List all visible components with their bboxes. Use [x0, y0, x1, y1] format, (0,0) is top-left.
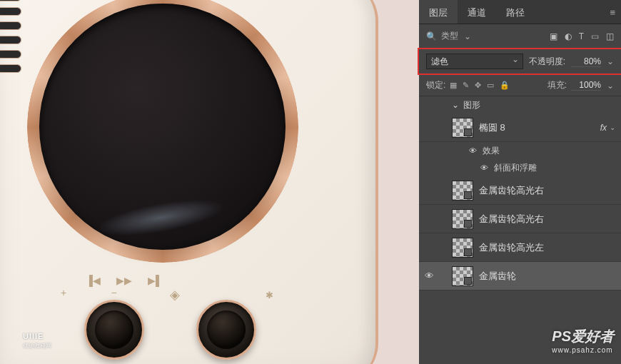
filter-pixel-icon[interactable]: ▣ [550, 31, 557, 41]
filter-row: 🔍 类型 ⌄ ▣ ◐ T ▭ ◫ [419, 24, 621, 48]
layer-item[interactable]: 👁 金属齿轮 [419, 262, 621, 290]
visibility-toggle[interactable]: 👁 [480, 163, 488, 172]
blend-mode-select[interactable]: 滤色 [426, 54, 523, 69]
layer-item[interactable]: 椭圆 8 fx ⌄ [419, 113, 621, 142]
layer-group[interactable]: ⌄ 图形 [419, 96, 621, 113]
effects-label: 效果 [483, 145, 500, 157]
main-dial [39, 4, 286, 250]
lock-pixels-icon[interactable]: ▦ [450, 81, 457, 90]
layers-panel: 图层 通道 路径 ≡ 🔍 类型 ⌄ ▣ ◐ T ▭ ◫ 滤色 [419, 0, 621, 364]
layer-item[interactable]: 金属齿轮高光右 [419, 205, 621, 233]
lock-row: 锁定: ▦ ✎ ✥ ▭ 🔒 填充: ⌄ [419, 75, 621, 96]
chevron-down-icon[interactable]: ⌄ [607, 81, 614, 91]
watermark: PS爱好者 www.psahz.com [552, 327, 614, 354]
effect-name: 斜面和浮雕 [494, 162, 537, 174]
layer-name[interactable]: 金属齿轮高光右 [479, 184, 615, 197]
lock-label: 锁定: [426, 79, 445, 91]
playback-controls: ▐◀ ▶▶ ▶▌ [86, 275, 163, 286]
opacity-label: 不透明度: [529, 56, 565, 68]
filter-shape-icon[interactable]: ▭ [591, 31, 599, 41]
volume-indicator: + − [61, 287, 117, 298]
tab-paths[interactable]: 路径 [496, 0, 535, 24]
filter-smart-icon[interactable]: ◫ [606, 31, 614, 41]
chevron-down-icon[interactable]: ⌄ [607, 56, 614, 66]
wifi-icon: ◈ [170, 287, 180, 303]
chevron-down-icon[interactable]: ⌄ [610, 123, 615, 131]
canvas-area[interactable]: ▐◀ ▶▶ ▶▌ + − ◈ ✱ UIIIE 优迪教程网 [0, 0, 419, 364]
layer-item[interactable]: 金属齿轮高光右 [419, 176, 621, 205]
filter-type-label[interactable]: 类型 [441, 30, 458, 42]
group-name: 图形 [463, 99, 480, 111]
chevron-down-icon: ⌄ [464, 31, 471, 41]
layer-thumbnail[interactable] [452, 181, 473, 201]
fill-input[interactable] [571, 80, 601, 91]
layer-name[interactable]: 金属齿轮 [479, 270, 615, 283]
visibility-toggle[interactable]: 👁 [469, 146, 477, 155]
chevron-down-icon: ⌄ [452, 100, 459, 110]
panel-menu-icon[interactable]: ≡ [610, 7, 615, 18]
layer-name[interactable]: 金属齿轮高光右 [479, 213, 615, 226]
visibility-toggle[interactable]: 👁 [419, 271, 439, 281]
layer-thumbnail[interactable] [452, 209, 473, 229]
layer-thumbnail[interactable] [452, 118, 473, 138]
lock-position-icon[interactable]: ✥ [475, 81, 481, 90]
knob-right [196, 300, 256, 360]
bluetooth-icon: ✱ [266, 290, 273, 300]
layers-list: ⌄ 图形 椭圆 8 fx ⌄ 👁 效果 👁 斜面和浮雕 [419, 96, 621, 290]
lock-brush-icon[interactable]: ✎ [463, 81, 469, 90]
dial-highlight [95, 193, 226, 243]
fill-label: 填充: [547, 79, 567, 91]
device-body: ▐◀ ▶▶ ▶▌ + − ◈ ✱ [0, 0, 378, 364]
tab-layers[interactable]: 图层 [419, 0, 458, 24]
lock-artboard-icon[interactable]: ▭ [487, 81, 494, 90]
opacity-input[interactable] [571, 56, 601, 67]
search-icon[interactable]: 🔍 [426, 31, 437, 41]
layer-name[interactable]: 椭圆 8 [479, 121, 597, 134]
knob-left [84, 300, 144, 360]
next-icon: ▶▌ [148, 275, 163, 286]
fx-badge[interactable]: fx [600, 123, 607, 133]
filter-adjust-icon[interactable]: ◐ [565, 31, 572, 41]
layer-thumbnail[interactable] [452, 266, 473, 286]
blend-mode-row: 滤色 不透明度: ⌄ [419, 49, 621, 74]
layer-thumbnail[interactable] [452, 238, 473, 258]
tab-channels[interactable]: 通道 [458, 0, 496, 24]
speaker-grille [0, 0, 21, 100]
effects-row[interactable]: 👁 效果 [419, 142, 621, 159]
lock-all-icon[interactable]: 🔒 [500, 81, 510, 90]
filter-type-icon[interactable]: T [579, 31, 584, 41]
play-pause-icon: ▶▶ [116, 275, 132, 286]
highlight-box: 滤色 不透明度: ⌄ [418, 48, 621, 75]
layer-name[interactable]: 金属齿轮高光左 [479, 241, 615, 254]
prev-icon: ▐◀ [86, 275, 101, 286]
effect-item[interactable]: 👁 斜面和浮雕 [419, 159, 621, 176]
source-logo: UIIIE 优迪教程网 [23, 332, 51, 350]
layer-item[interactable]: 金属齿轮高光左 [419, 233, 621, 262]
panel-tabs: 图层 通道 路径 ≡ [419, 0, 621, 24]
